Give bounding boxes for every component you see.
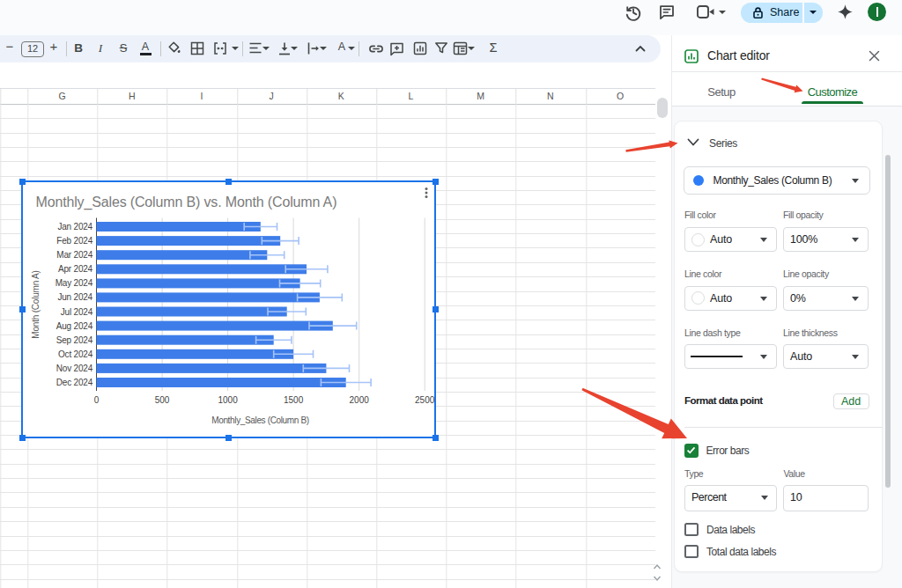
svg-text:Jul 2024: Jul 2024 [61, 307, 93, 317]
svg-text:Feb 2024: Feb 2024 [56, 236, 92, 246]
svg-text:0: 0 [94, 395, 100, 405]
svg-text:Mar 2024: Mar 2024 [56, 250, 92, 260]
svg-text:Oct 2024: Oct 2024 [58, 349, 93, 359]
svg-text:Jun 2024: Jun 2024 [57, 292, 92, 302]
svg-text:Monthly_Sales (Column B): Monthly_Sales (Column B) [211, 415, 309, 425]
svg-text:Sep 2024: Sep 2024 [56, 335, 93, 345]
svg-text:Jan 2024: Jan 2024 [57, 222, 92, 232]
svg-text:1000: 1000 [218, 395, 238, 405]
svg-text:2000: 2000 [350, 395, 370, 405]
svg-text:500: 500 [155, 395, 170, 405]
svg-text:2500: 2500 [415, 395, 435, 405]
svg-text:Aug 2024: Aug 2024 [56, 321, 93, 331]
svg-text:Month (Column A): Month (Column A) [31, 270, 41, 338]
svg-text:May 2024: May 2024 [55, 278, 93, 288]
svg-text:Monthly_Sales (Column B) vs. M: Monthly_Sales (Column B) vs. Month (Colu… [36, 195, 337, 210]
svg-text:1500: 1500 [284, 395, 304, 405]
svg-text:Nov 2024: Nov 2024 [56, 364, 93, 373]
svg-text:Apr 2024: Apr 2024 [58, 264, 93, 274]
svg-text:Dec 2024: Dec 2024 [56, 378, 93, 387]
